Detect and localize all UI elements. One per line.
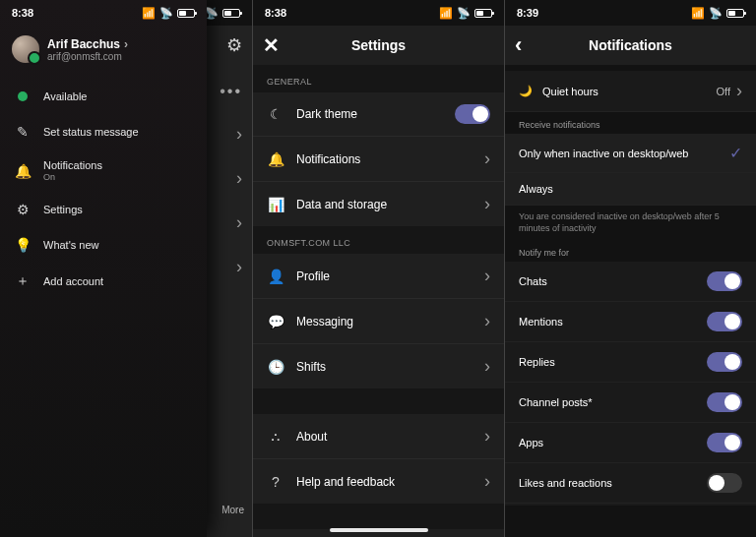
notify-label: Likes and reactions bbox=[519, 477, 612, 489]
status-bar: 8:38 📶 📡 bbox=[253, 0, 504, 26]
edit-icon: ✎ bbox=[14, 124, 32, 140]
menu-label: Notifications bbox=[43, 159, 102, 171]
chevron-right-icon[interactable] bbox=[236, 257, 242, 277]
notify-row[interactable]: Mentions bbox=[505, 302, 756, 342]
notify-toggle[interactable] bbox=[707, 473, 742, 493]
menu-settings[interactable]: ⚙ Settings bbox=[0, 192, 207, 227]
clock-icon: 🕒 bbox=[267, 359, 284, 375]
avatar bbox=[12, 35, 39, 63]
notify-toggle[interactable] bbox=[707, 352, 742, 372]
clock: 8:38 bbox=[12, 7, 33, 19]
row-label: Dark theme bbox=[296, 107, 443, 121]
notify-row[interactable]: Replies bbox=[505, 342, 756, 383]
battery-icon bbox=[177, 9, 195, 18]
wifi-icon: 📡 bbox=[709, 7, 723, 20]
option-always[interactable]: Always bbox=[505, 173, 756, 206]
chevron-right-icon bbox=[484, 194, 490, 214]
notify-toggle[interactable] bbox=[707, 433, 742, 452]
notify-row[interactable]: Apps bbox=[505, 423, 756, 463]
clock: 8:39 bbox=[517, 7, 538, 19]
gear-icon[interactable]: ⚙ bbox=[226, 34, 242, 56]
person-icon: 👤 bbox=[267, 268, 284, 284]
row-label: About bbox=[296, 430, 472, 444]
screen-drawer: 8:38 📶 📡 ⚙ ••• More 8:38 bbox=[0, 0, 252, 537]
section-general: GENERAL bbox=[253, 65, 504, 92]
help-icon: ? bbox=[267, 474, 284, 490]
plus-icon: ＋ bbox=[14, 272, 32, 290]
chevron-right-icon[interactable] bbox=[236, 124, 242, 145]
quiet-hours-value: Off bbox=[717, 86, 730, 97]
row-data-storage[interactable]: 📊 Data and storage bbox=[253, 182, 504, 226]
home-indicator[interactable] bbox=[330, 528, 428, 532]
row-quiet-hours[interactable]: 🌙 Quiet hours Off bbox=[505, 71, 756, 112]
dark-theme-toggle[interactable] bbox=[455, 104, 490, 124]
menu-label: Set status message bbox=[43, 126, 139, 138]
wifi-icon: 📡 bbox=[457, 7, 471, 20]
profile-header[interactable]: Arif Bacchus› arif@onmsft.com bbox=[0, 26, 207, 77]
chevron-right-icon bbox=[484, 266, 490, 286]
signal-icon: 📶 bbox=[691, 7, 705, 20]
chevron-right-icon bbox=[484, 426, 490, 447]
row-about[interactable]: ⛬ About bbox=[253, 414, 504, 459]
notify-row[interactable]: Chats bbox=[505, 262, 756, 302]
row-notifications[interactable]: 🔔 Notifications bbox=[253, 137, 504, 182]
presence-available-icon bbox=[18, 91, 28, 101]
menu-notifications[interactable]: 🔔 Notifications On bbox=[0, 149, 207, 192]
profile-email: arif@onmsft.com bbox=[47, 51, 128, 62]
profile-name: Arif Bacchus bbox=[47, 37, 120, 51]
data-icon: 📊 bbox=[267, 197, 284, 212]
option-label: Only when inactive on desktop/web bbox=[519, 148, 688, 159]
notifications-header: Notifications bbox=[505, 26, 756, 65]
notify-label: Channel posts* bbox=[519, 396, 593, 408]
option-label: Always bbox=[519, 183, 553, 195]
gear-icon: ⚙ bbox=[14, 202, 32, 217]
chevron-right-icon[interactable] bbox=[236, 212, 242, 233]
row-label: Shifts bbox=[296, 360, 472, 374]
row-dark-theme[interactable]: ☾ Dark theme bbox=[253, 92, 504, 137]
signal-icon: 📶 bbox=[439, 7, 453, 20]
battery-icon bbox=[474, 9, 492, 18]
menu-label: Settings bbox=[43, 204, 83, 215]
row-label: Notifications bbox=[296, 152, 472, 166]
menu-label: Add account bbox=[43, 275, 103, 287]
battery-icon bbox=[726, 9, 744, 18]
row-label: Data and storage bbox=[296, 198, 472, 211]
notify-label: Apps bbox=[519, 437, 543, 448]
overflow-icon[interactable]: ••• bbox=[220, 83, 242, 100]
row-shifts[interactable]: 🕒 Shifts bbox=[253, 344, 504, 388]
chevron-right-icon bbox=[484, 471, 490, 492]
section-tenant: ONMSFT.COM LLC bbox=[253, 226, 504, 254]
section-notify-for: Notify me for bbox=[505, 240, 756, 262]
back-button[interactable] bbox=[515, 32, 522, 58]
status-bar: 8:38 📶 📡 bbox=[0, 0, 207, 26]
row-label: Quiet hours bbox=[542, 86, 598, 97]
notify-toggle[interactable] bbox=[707, 392, 742, 412]
row-label: Profile bbox=[296, 269, 472, 283]
check-icon: ✓ bbox=[729, 144, 742, 162]
clock: 8:38 bbox=[265, 7, 286, 19]
notify-row[interactable]: Channel posts* bbox=[505, 383, 756, 423]
notify-row[interactable]: Likes and reactions bbox=[505, 463, 756, 504]
notify-row[interactable]: Team update alerts bbox=[505, 504, 756, 506]
close-button[interactable]: ✕ bbox=[263, 33, 280, 57]
chevron-right-icon bbox=[736, 81, 742, 101]
status-bar: 8:39 📶 📡 bbox=[505, 0, 756, 26]
row-messaging[interactable]: 💬 Messaging bbox=[253, 299, 504, 344]
page-title: Settings bbox=[351, 37, 406, 53]
chevron-right-icon: › bbox=[124, 37, 128, 51]
chat-icon: 💬 bbox=[267, 314, 284, 329]
notify-toggle[interactable] bbox=[707, 271, 742, 291]
notify-toggle[interactable] bbox=[707, 312, 742, 331]
screen-settings: 8:38 📶 📡 ✕ Settings GENERAL ☾ Dark theme… bbox=[252, 0, 504, 537]
menu-available[interactable]: Available bbox=[0, 79, 207, 114]
menu-set-status[interactable]: ✎ Set status message bbox=[0, 114, 207, 149]
moon-icon: ☾ bbox=[267, 106, 284, 122]
menu-whats-new[interactable]: 💡 What's new bbox=[0, 227, 207, 263]
menu-label: What's new bbox=[43, 239, 99, 251]
chevron-right-icon bbox=[484, 149, 490, 169]
chevron-right-icon[interactable] bbox=[236, 168, 242, 189]
row-help[interactable]: ? Help and feedback bbox=[253, 459, 504, 504]
menu-add-account[interactable]: ＋ Add account bbox=[0, 263, 207, 300]
option-inactive[interactable]: Only when inactive on desktop/web ✓ bbox=[505, 134, 756, 173]
row-profile[interactable]: 👤 Profile bbox=[253, 254, 504, 299]
